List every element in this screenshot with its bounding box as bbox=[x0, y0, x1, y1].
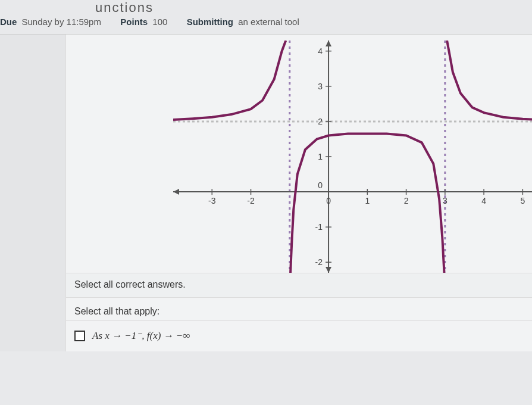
instruction-text: Select all correct answers. bbox=[66, 273, 532, 298]
svg-text:0: 0 bbox=[318, 180, 323, 190]
svg-marker-7 bbox=[326, 40, 331, 46]
svg-text:-2: -2 bbox=[247, 196, 255, 205]
svg-text:4: 4 bbox=[318, 46, 323, 56]
submitting-label: Submitting bbox=[187, 17, 233, 27]
svg-text:3: 3 bbox=[318, 82, 323, 91]
due-label: Due bbox=[0, 17, 17, 27]
svg-text:1: 1 bbox=[365, 196, 370, 205]
svg-text:3: 3 bbox=[443, 196, 447, 205]
left-gutter bbox=[0, 35, 65, 351]
svg-text:-1: -1 bbox=[315, 222, 323, 232]
rational-function-plot: -3-2012345-2-101234 bbox=[173, 40, 532, 273]
svg-text:2: 2 bbox=[404, 196, 409, 205]
prompt-text: Select all that apply: bbox=[66, 298, 532, 321]
svg-text:5: 5 bbox=[520, 196, 525, 205]
svg-text:-3: -3 bbox=[208, 196, 216, 205]
due-value: Sunday by 11:59pm bbox=[22, 17, 101, 27]
page-title-fragment: unctions bbox=[0, 0, 532, 12]
svg-text:-2: -2 bbox=[315, 257, 323, 267]
svg-marker-6 bbox=[173, 189, 179, 195]
points-value: 100 bbox=[152, 17, 167, 27]
graph: -3-2012345-2-101234 bbox=[173, 40, 532, 273]
svg-text:2: 2 bbox=[318, 117, 323, 126]
assignment-meta: Due Sunday by 11:59pm Points 100 Submitt… bbox=[0, 12, 532, 35]
svg-text:4: 4 bbox=[481, 196, 486, 205]
svg-marker-8 bbox=[326, 267, 331, 273]
answer-option-1[interactable]: As x → −1⁻, f(x) → −∞ bbox=[66, 321, 532, 351]
svg-text:1: 1 bbox=[318, 152, 323, 161]
submitting-value: an external tool bbox=[238, 17, 299, 27]
question-panel: -3-2012345-2-101234 Select all correct a… bbox=[65, 35, 532, 351]
points-label: Points bbox=[120, 17, 148, 27]
svg-text:0: 0 bbox=[326, 196, 331, 205]
checkbox-icon[interactable] bbox=[74, 331, 85, 341]
answer-option-1-label: As x → −1⁻, f(x) → −∞ bbox=[92, 329, 190, 342]
